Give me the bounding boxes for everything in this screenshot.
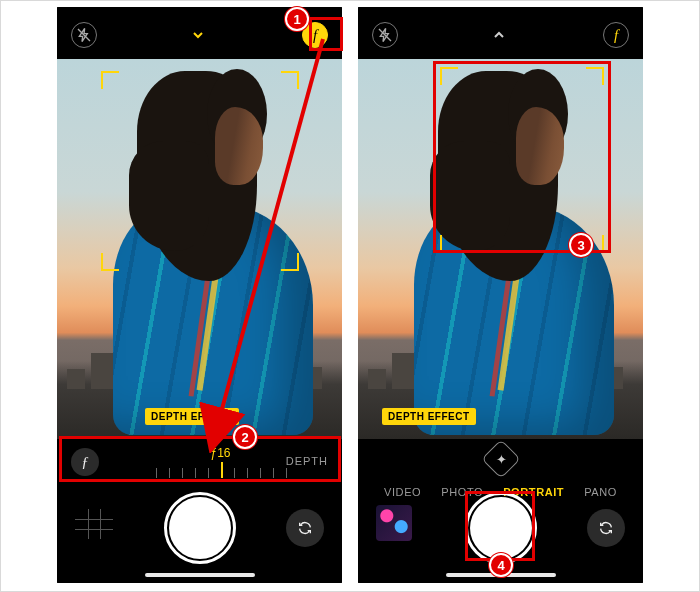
- f-stop-icon: ƒ: [81, 454, 89, 471]
- mode-photo[interactable]: PHOTO: [441, 486, 483, 498]
- flash-off-icon: [377, 27, 393, 43]
- depth-slider[interactable]: [156, 462, 286, 478]
- annotation-badge-1: 1: [285, 7, 309, 31]
- chevron-down-icon: [190, 27, 206, 43]
- flash-off-icon: [76, 27, 92, 43]
- depth-effect-chip: DEPTH EFFECT: [382, 408, 476, 425]
- camera-viewfinder[interactable]: DEPTH EFFECT: [358, 59, 643, 439]
- f-stop-icon: f: [313, 27, 317, 44]
- shutter-button[interactable]: [169, 497, 231, 559]
- f-stop-value: ƒ16: [210, 446, 230, 460]
- depth-label: DEPTH: [286, 455, 328, 467]
- hexagon-icon: ✦: [495, 452, 506, 467]
- focus-box: [101, 71, 299, 271]
- home-indicator[interactable]: [145, 573, 255, 577]
- shutter-button[interactable]: [470, 497, 532, 559]
- annotation-badge-3: 3: [569, 233, 593, 257]
- lighting-filter-button[interactable]: ✦: [481, 439, 521, 479]
- camera-top-bar: f: [358, 7, 643, 59]
- f-stop-icon: f: [614, 27, 618, 44]
- annotation-badge-2: 2: [233, 425, 257, 449]
- camera-bottom-bar: [57, 485, 342, 583]
- depth-slider-strip: ƒ ƒ16 DEPTH: [57, 439, 342, 485]
- last-photo-thumbnail[interactable]: [376, 505, 412, 541]
- mode-pano[interactable]: PANO: [584, 486, 617, 498]
- last-photo-thumbnail[interactable]: [75, 509, 113, 539]
- switch-camera-icon: [297, 520, 313, 536]
- camera-options-toggle[interactable]: [486, 22, 512, 48]
- f-stop-button[interactable]: ƒ: [71, 448, 99, 476]
- screenshot-right: f DEPTH EFFECT ✦ VIDEO PHOTO PORTRAIT: [358, 7, 643, 583]
- chevron-up-icon: [491, 27, 507, 43]
- annotation-badge-4: 4: [489, 553, 513, 577]
- mode-video[interactable]: VIDEO: [384, 486, 421, 498]
- switch-camera-icon: [598, 520, 614, 536]
- camera-viewfinder[interactable]: DEPTH EFFECT: [57, 59, 342, 439]
- depth-effect-chip: DEPTH EFFECT: [145, 408, 239, 425]
- depth-f-button[interactable]: f: [603, 22, 629, 48]
- screenshot-left: f DEPTH EFFECT ƒ ƒ16: [57, 7, 342, 583]
- camera-options-toggle[interactable]: [185, 22, 211, 48]
- flash-toggle[interactable]: [372, 22, 398, 48]
- filter-row: ✦: [358, 439, 643, 479]
- focus-box: [440, 67, 604, 253]
- switch-camera-button[interactable]: [286, 509, 324, 547]
- switch-camera-button[interactable]: [587, 509, 625, 547]
- flash-toggle[interactable]: [71, 22, 97, 48]
